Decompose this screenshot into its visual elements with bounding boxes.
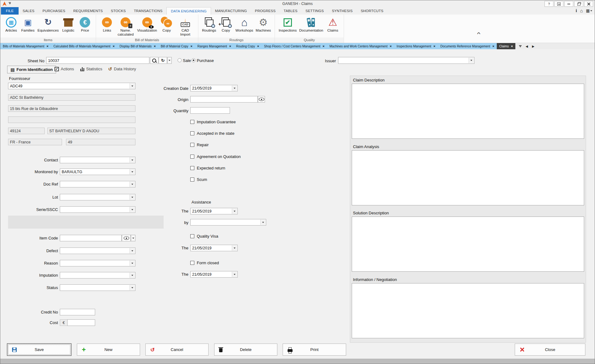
chevron-down-icon[interactable]: [260, 220, 266, 225]
ribbon-price-button[interactable]: € Price: [77, 16, 93, 33]
chevron-down-icon[interactable]: [232, 272, 237, 277]
status-combo[interactable]: [60, 284, 135, 291]
ribbon-links-button[interactable]: ∞ Links: [99, 16, 115, 33]
tab-settings[interactable]: SETTINGS: [302, 7, 328, 15]
ribbon-options-button[interactable]: [554, 1, 563, 7]
item-code-view-button[interactable]: [122, 235, 131, 241]
tab-purchases[interactable]: PURCHASES: [38, 7, 69, 15]
ribbon-machines-button[interactable]: ⚙ Machines: [254, 16, 272, 33]
creation-date-combo[interactable]: 21/05/2019: [190, 85, 238, 91]
ribbon-routings-button[interactable]: Routings: [201, 16, 218, 33]
information-negotiation-textarea[interactable]: [352, 283, 584, 338]
chevron-down-icon[interactable]: [130, 157, 135, 163]
ribbon-articles-button[interactable]: ▦ Articles: [3, 16, 20, 33]
refresh-button[interactable]: ↻: [159, 57, 167, 64]
claim-analysis-textarea[interactable]: [352, 150, 584, 205]
doc-tab[interactable]: Documents Reference Management×: [438, 43, 497, 49]
tab-progress[interactable]: PROGRESS: [251, 7, 280, 15]
doc-tab[interactable]: Inspections Management×: [394, 43, 438, 49]
chevron-down-icon[interactable]: [130, 169, 135, 174]
doc-tab[interactable]: Shop Floors / Cost Centers Management×: [262, 43, 327, 49]
chevron-down-icon[interactable]: [130, 285, 135, 290]
close-tab-icon[interactable]: ×: [390, 44, 391, 48]
ribbon-cad-import-button[interactable]: ↓CAD CAD Import: [175, 16, 196, 37]
ribbon-name-calculated-button[interactable]: ∞+ Name. calculated: [115, 16, 136, 37]
doc-tab[interactable]: Display Bill of Materials×: [117, 43, 158, 49]
issuer-combo[interactable]: [338, 57, 474, 64]
imputation-guarantee-checkbox[interactable]: Imputation Guarantee: [190, 120, 236, 124]
doc-tab[interactable]: Calculated Bills of Materials Management…: [51, 43, 117, 49]
expected-return-checkbox[interactable]: Expected return: [190, 166, 225, 170]
quick-access-dropdown-icon[interactable]: [9, 2, 11, 4]
chevron-down-icon[interactable]: [232, 86, 237, 91]
purchase-radio[interactable]: [192, 58, 196, 62]
doc-tab[interactable]: Bill of Material Copy×: [158, 43, 195, 49]
home-icon[interactable]: ⌂: [580, 8, 583, 13]
ribbon-routing-copy-button[interactable]: + Copy: [218, 16, 234, 33]
close-tab-icon[interactable]: ×: [154, 44, 156, 48]
ribbon-workshops-button[interactable]: ⌂ Workshops: [234, 16, 254, 33]
ribbon-documentation-button[interactable]: Documentation: [298, 16, 324, 33]
quantity-input[interactable]: [190, 107, 230, 114]
accepted-in-state-checkbox[interactable]: Accepted in the state: [190, 131, 234, 136]
tab-synthesis[interactable]: SYNTHESIS: [328, 7, 357, 15]
close-tab-icon[interactable]: ×: [46, 44, 48, 48]
item-code-dropdown[interactable]: [131, 235, 135, 241]
search-options-dropdown[interactable]: [167, 57, 172, 64]
chevron-down-icon[interactable]: [232, 208, 237, 214]
tab-sales[interactable]: SALES: [19, 7, 38, 15]
tab-actions[interactable]: ✔ Actions: [55, 67, 74, 71]
close-tab-icon[interactable]: ×: [257, 44, 259, 48]
close-tab-icon[interactable]: ×: [323, 44, 324, 48]
close-window-button[interactable]: [584, 1, 593, 7]
contact-combo[interactable]: [60, 157, 135, 163]
cost-input[interactable]: [67, 319, 95, 326]
tab-shortcuts[interactable]: SHORTCUTS: [357, 7, 387, 15]
assistance-by-combo[interactable]: [190, 219, 266, 226]
origin-view-button[interactable]: [258, 96, 265, 103]
doc-tab-claims-active[interactable]: Claims×: [497, 43, 515, 49]
tab-requirements[interactable]: REQUIREMENTS: [69, 7, 107, 15]
ribbon-inspections-button[interactable]: ✔ Inspections: [277, 16, 298, 33]
close-tab-icon[interactable]: ×: [112, 44, 114, 48]
search-button[interactable]: [150, 57, 158, 64]
info-icon[interactable]: i: [576, 8, 577, 13]
chevron-down-icon[interactable]: [232, 245, 237, 251]
sale-radio[interactable]: [178, 58, 182, 62]
lot-combo[interactable]: [60, 194, 135, 200]
close-tab-icon[interactable]: ×: [511, 44, 513, 48]
close-tab-icon[interactable]: ×: [434, 44, 435, 48]
claim-description-textarea[interactable]: [352, 84, 584, 139]
cancel-button[interactable]: ↺ Cancel: [145, 344, 209, 356]
sheet-no-input[interactable]: 10037: [46, 57, 149, 64]
close-tab-icon[interactable]: ×: [229, 44, 231, 48]
solution-description-textarea[interactable]: [352, 217, 584, 272]
assistance-date-combo[interactable]: 21/05/2019: [190, 208, 238, 214]
chevron-down-icon[interactable]: [130, 195, 135, 200]
scum-checkbox[interactable]: Scum: [190, 177, 207, 182]
agreement-on-quotation-checkbox[interactable]: Agreement on Quotation: [190, 154, 241, 159]
close-tab-icon[interactable]: ×: [191, 44, 192, 48]
ribbon-bom-copy-button[interactable]: ∞ Copy: [158, 16, 175, 33]
close-tab-icon[interactable]: ×: [492, 44, 494, 48]
tab-data-history[interactable]: ↺ Data History: [108, 67, 136, 71]
close-button[interactable]: Close: [515, 344, 585, 356]
ribbon-equivalences-button[interactable]: ↻ Equivalences: [36, 16, 60, 33]
doc-tab[interactable]: Bills of Materials Management×: [0, 43, 51, 49]
monitored-by-combo[interactable]: BARAULTG: [60, 169, 135, 175]
doc-tab[interactable]: Routing Copy×: [234, 43, 262, 49]
tab-list-dropdown-icon[interactable]: [519, 45, 522, 47]
ribbon-families-button[interactable]: ▣ Families: [20, 16, 36, 33]
form-closed-checkbox[interactable]: Form closed: [190, 261, 219, 265]
delete-button[interactable]: Delete: [214, 344, 277, 356]
print-button[interactable]: Print: [283, 344, 346, 356]
ribbon-visualization-button[interactable]: ∞ Visualization: [136, 16, 158, 33]
scroll-tabs-left-icon[interactable]: ◀: [526, 45, 528, 48]
scroll-tabs-right-icon[interactable]: ▶: [532, 45, 535, 48]
tab-form-identification[interactable]: ▤ Form Identification: [7, 66, 56, 73]
help-button[interactable]: ?: [544, 1, 553, 7]
supplier-code-combo[interactable]: ADC49: [8, 83, 135, 89]
minimize-button[interactable]: [564, 1, 573, 7]
quality-visa-checkbox[interactable]: Quality Visa: [190, 234, 218, 239]
tab-file[interactable]: FILE: [1, 7, 19, 15]
